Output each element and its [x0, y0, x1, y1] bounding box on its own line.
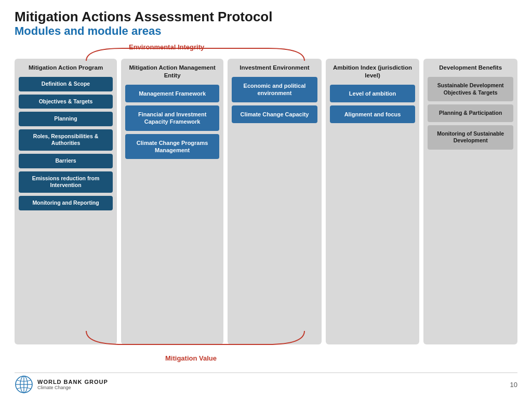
box-map-3: Roles, Responsibilities & Authorities — [19, 129, 113, 151]
box-dev-1: Planning & Participation — [428, 104, 513, 122]
column-dev: Development BenefitsSustainable Developm… — [423, 59, 517, 344]
box-map-1: Objectives & Targets — [19, 95, 113, 109]
box-dev-2: Monitoring of Sustainable Development — [428, 125, 513, 150]
column-inv: Investment EnvironmentEconomic and polit… — [228, 59, 322, 344]
box-mame-0: Management Framework — [125, 85, 219, 102]
wb-org-sub: Climate Change — [37, 385, 108, 390]
mit-value-label: Mitigation Value — [165, 354, 217, 362]
column-header-dev: Development Benefits — [439, 64, 502, 72]
sub-title: Modules and module areas — [15, 24, 517, 38]
column-header-map: Mitigation Action Program — [29, 64, 103, 72]
wb-logo: WORLD BANK GROUP Climate Change — [15, 375, 108, 394]
column-header-amb: Ambition Index (jurisdiction level) — [330, 64, 416, 79]
column-amb: Ambition Index (jurisdiction level)Level… — [326, 59, 420, 344]
mit-value-arc — [81, 330, 310, 345]
wb-org-name: WORLD BANK GROUP — [37, 379, 108, 385]
box-mame-2: Climate Change Programs Management — [125, 134, 219, 159]
box-map-6: Monitoring and Reporting — [19, 196, 113, 210]
box-amb-0: Level of ambition — [330, 85, 416, 102]
page: Mitigation Actions Assessment Protocol M… — [0, 0, 532, 399]
wb-globe-icon — [15, 375, 33, 394]
page-number: 10 — [510, 381, 517, 389]
box-dev-0: Sustainable Development Objectives & Tar… — [428, 77, 513, 101]
box-map-0: Definition & Scope — [19, 77, 113, 91]
column-map: Mitigation Action ProgramDefinition & Sc… — [15, 59, 117, 344]
box-map-2: Planning — [19, 112, 113, 126]
header: Mitigation Actions Assessment Protocol M… — [15, 9, 517, 38]
column-header-inv: Investment Environment — [240, 64, 309, 72]
main-title: Mitigation Actions Assessment Protocol — [15, 9, 517, 24]
columns-container: Mitigation Action ProgramDefinition & Sc… — [15, 59, 517, 371]
column-header-mame: Mitigation Action Management Entity — [125, 64, 219, 79]
box-mame-1: Financial and Investment Capacity Framew… — [125, 105, 219, 131]
box-map-4: Barriers — [19, 154, 113, 168]
box-inv-0: Economic and political environment — [232, 77, 317, 102]
box-amb-1: Alignment and focus — [330, 105, 416, 123]
wb-text: WORLD BANK GROUP Climate Change — [37, 379, 108, 390]
content-area: Environmental Integrity Mitigation Value… — [15, 43, 517, 371]
column-mame: Mitigation Action Management EntityManag… — [121, 59, 223, 344]
env-integrity-label: Environmental Integrity — [129, 43, 204, 51]
box-inv-1: Climate Change Capacity — [232, 105, 317, 123]
box-map-5: Emissions reduction from Intervention — [19, 171, 113, 193]
footer: WORLD BANK GROUP Climate Change 10 — [15, 373, 517, 394]
